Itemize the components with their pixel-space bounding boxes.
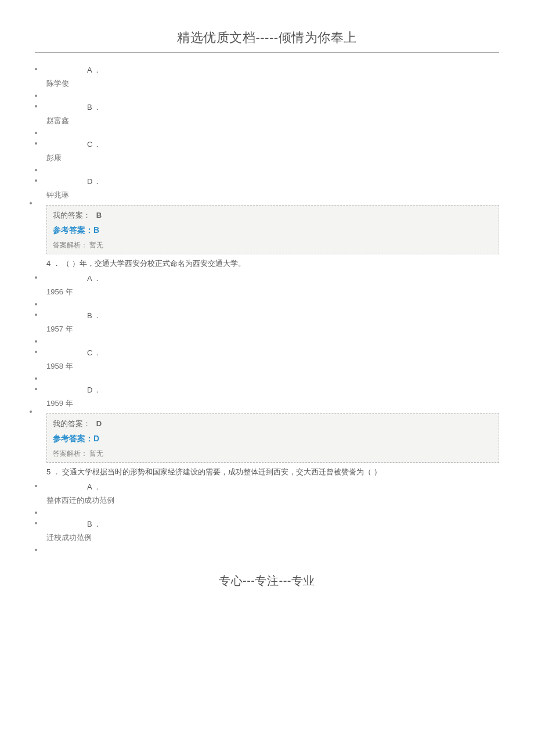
explain-label: 答案解析： bbox=[53, 241, 88, 249]
option-text: 1957 年 bbox=[46, 324, 499, 334]
content-area: A． 陈学俊 B． 赵富鑫 C． 彭康 D． 钟兆琳 我的答案： B 参考答案：… bbox=[35, 64, 499, 556]
option-letter: A． bbox=[87, 481, 499, 493]
explain-value: 暂无 bbox=[89, 241, 103, 249]
my-answer-value: B bbox=[96, 211, 102, 219]
option-text: 迁校成功范例 bbox=[46, 532, 499, 543]
reference-answer: 参考答案：D bbox=[53, 434, 493, 444]
spacer bbox=[46, 300, 499, 310]
option-letter: D． bbox=[87, 384, 499, 396]
q4-stem: 4 ． （ ）年，交通大学西安分校正式命名为西安交通大学。 bbox=[46, 258, 499, 269]
q3-option-d: D． 钟兆琳 bbox=[46, 176, 499, 200]
option-letter: B． bbox=[87, 102, 499, 113]
option-text: 1958 年 bbox=[46, 361, 499, 372]
spacer bbox=[46, 374, 499, 384]
explain-label: 答案解析： bbox=[53, 449, 88, 458]
bullet-icon bbox=[35, 340, 37, 343]
option-text: 钟兆琳 bbox=[46, 190, 499, 200]
my-answer-label: 我的答案： bbox=[53, 419, 91, 428]
bullet-icon bbox=[35, 276, 37, 279]
q5-option-a: A． 整体西迁的成功范例 bbox=[46, 481, 499, 506]
bullet-icon bbox=[35, 95, 37, 97]
option-letter: A． bbox=[87, 64, 499, 76]
my-answer-value: D bbox=[96, 419, 102, 428]
bullet-icon bbox=[35, 179, 37, 182]
option-letter: D． bbox=[87, 176, 499, 188]
option-letter: C． bbox=[87, 139, 499, 150]
option-text: 彭康 bbox=[46, 153, 499, 163]
q4-answer-box: 我的答案： D 参考答案：D 答案解析： 暂无 bbox=[46, 413, 499, 463]
spacer bbox=[46, 508, 499, 519]
bullet-icon bbox=[35, 522, 37, 524]
bullet-icon bbox=[35, 142, 37, 145]
q5-option-b: B． 迁校成功范例 bbox=[46, 519, 499, 543]
option-text: 陈学俊 bbox=[46, 78, 499, 89]
q3-option-c: C． 彭康 bbox=[46, 139, 499, 163]
q3-option-b: B． 赵富鑫 bbox=[46, 102, 499, 126]
q3-answer-box: 我的答案： B 参考答案：B 答案解析： 暂无 bbox=[46, 205, 499, 254]
q4-option-d: D． 1959 年 bbox=[46, 384, 499, 409]
explain-value: 暂无 bbox=[89, 449, 103, 458]
bullet-icon bbox=[35, 105, 37, 107]
bullet-icon bbox=[35, 314, 37, 316]
my-answer-label: 我的答案： bbox=[53, 211, 91, 219]
answer-explain: 答案解析： 暂无 bbox=[53, 449, 493, 459]
bullet-icon bbox=[30, 202, 32, 204]
bullet-icon bbox=[35, 549, 37, 551]
spacer bbox=[46, 128, 499, 139]
my-answer: 我的答案： B bbox=[53, 210, 493, 221]
page-footer: 专心---专注---专业 bbox=[35, 573, 499, 589]
option-text: 1959 年 bbox=[46, 398, 499, 409]
bullet-icon bbox=[35, 351, 37, 353]
bullet-icon bbox=[35, 169, 37, 171]
option-letter: B． bbox=[87, 310, 499, 322]
answer-explain: 答案解析： 暂无 bbox=[53, 240, 493, 250]
option-letter: C． bbox=[87, 347, 499, 359]
option-text: 1956 年 bbox=[46, 287, 499, 297]
q4-option-a: A． 1956 年 bbox=[46, 273, 499, 297]
my-answer: 我的答案： D bbox=[53, 419, 493, 429]
bullet-icon bbox=[30, 411, 32, 413]
option-text: 赵富鑫 bbox=[46, 116, 499, 126]
spacer bbox=[46, 91, 499, 102]
page-header: 精选优质文档-----倾情为你奉上 bbox=[35, 29, 499, 53]
bullet-icon bbox=[35, 512, 37, 514]
spacer bbox=[46, 337, 499, 347]
bullet-icon bbox=[35, 485, 37, 487]
option-letter: B． bbox=[87, 519, 499, 530]
spacer bbox=[46, 545, 499, 556]
q5-stem: 5 ． 交通大学根据当时的形势和国家经济建设的需要，成功整体迁到西安，交大西迁曾… bbox=[46, 466, 499, 478]
option-letter: A． bbox=[87, 273, 499, 285]
bullet-icon bbox=[35, 132, 37, 134]
option-text: 整体西迁的成功范例 bbox=[46, 495, 499, 506]
q3-option-a: A． 陈学俊 bbox=[46, 64, 499, 89]
spacer bbox=[46, 165, 499, 176]
q4-option-c: C． 1958 年 bbox=[46, 347, 499, 372]
bullet-icon bbox=[35, 68, 37, 70]
bullet-icon bbox=[35, 377, 37, 380]
bullet-icon bbox=[35, 303, 37, 305]
bullet-icon bbox=[35, 388, 37, 390]
q4-option-b: B． 1957 年 bbox=[46, 310, 499, 334]
reference-answer: 参考答案：B bbox=[53, 225, 493, 236]
